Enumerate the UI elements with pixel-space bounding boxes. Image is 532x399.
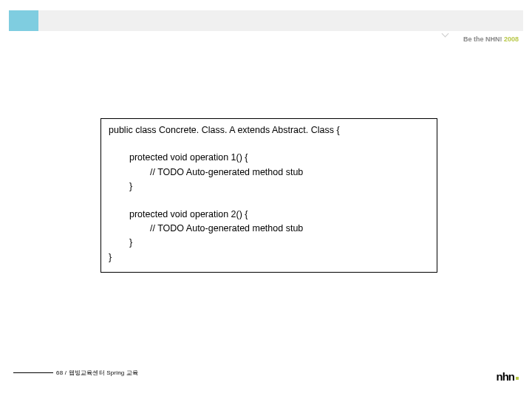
nhn-logo: nhn [497, 370, 519, 383]
tagline-year: 2008 [504, 35, 519, 43]
code-box: public class Concrete. Class. A extends … [100, 118, 437, 273]
code-line: protected void operation 2() { [109, 208, 429, 222]
tagline-prefix: Be the NHN! [463, 35, 504, 43]
code-line: // TODO Auto-generated method stub [109, 166, 429, 180]
code-line: // TODO Auto-generated method stub [109, 222, 429, 236]
logo-dot-icon [516, 377, 519, 380]
header-bar [9, 10, 523, 31]
logo-text: nhn [497, 370, 515, 383]
header-accent [9, 10, 38, 31]
footer-text: 68 / 웹빙교육센터 Spring 교육 [56, 369, 138, 377]
code-blank [109, 137, 429, 151]
code-blank [109, 194, 429, 208]
header-tagline: Be the NHN! 2008 [463, 35, 519, 43]
code-line: protected void operation 1() { [109, 151, 429, 165]
code-line: } [109, 250, 429, 265]
footer-line [13, 372, 53, 373]
code-line: } [109, 180, 429, 194]
header-tick-icon [442, 30, 449, 38]
code-line: } [109, 236, 429, 250]
code-line: public class Concrete. Class. A extends … [109, 123, 429, 137]
